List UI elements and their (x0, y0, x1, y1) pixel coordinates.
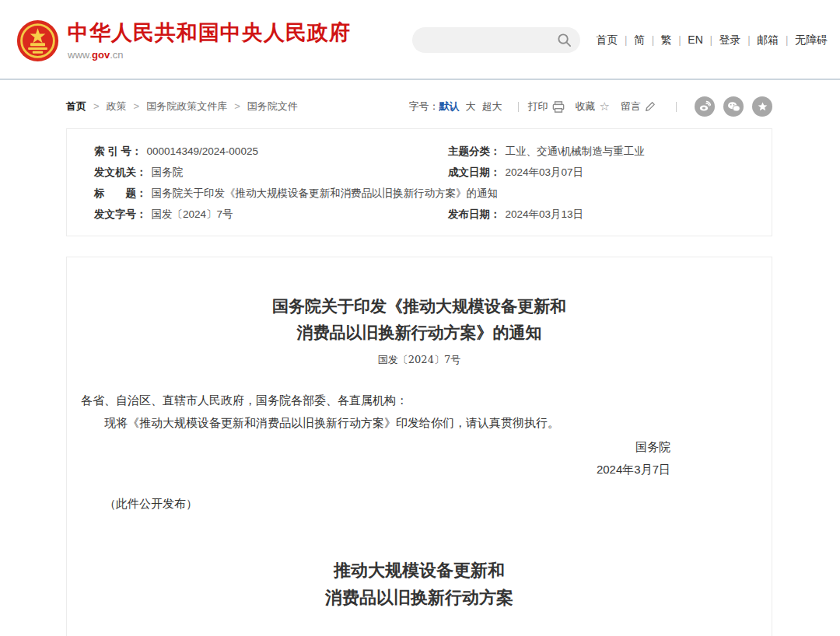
document-title-line1: 国务院关于印发《推动大规模设备更新和 (272, 296, 566, 316)
url-gov: gov (92, 49, 110, 61)
breadcrumb-policy[interactable]: 政策 (107, 100, 147, 114)
favorite-button[interactable]: 收藏 ☆ (576, 100, 610, 114)
url-www: www. (68, 49, 92, 61)
print-label: 打印 (528, 100, 548, 114)
meta-written-date-value: 2024年03月07日 (506, 166, 584, 178)
meta-title-label: 标 题： (94, 187, 147, 199)
favorite-label: 收藏 (576, 100, 596, 114)
meta-written-date-label: 成文日期： (448, 166, 501, 178)
signature-block: 国务院 2024年3月7日 (81, 435, 758, 480)
font-size-label: 字号： (409, 100, 439, 114)
star-share-icon[interactable] (752, 96, 772, 117)
meta-ref-no-value: 国发〔2024〕7号 (152, 208, 233, 220)
site-title: 中华人民共和国中央人民政府 (68, 19, 351, 47)
meta-title: 标 题：国务院关于印发《推动大规模设备更新和消费品以旧换新行动方案》的通知 (94, 183, 772, 204)
site-header: 中华人民共和国中央人民政府 www.gov.cn 首页 简 繁 EN 登录 邮箱… (0, 0, 840, 80)
meta-index-label: 索 引 号： (94, 145, 142, 157)
font-size-xlarge[interactable]: 超大 (482, 100, 502, 114)
nav-mail[interactable]: 邮箱 (757, 33, 795, 47)
search-icon[interactable] (557, 33, 572, 51)
nav-accessibility[interactable]: 无障碍 (795, 33, 828, 47)
meta-ref-no-label: 发文字号： (94, 208, 147, 220)
meta-ref-no: 发文字号：国发〔2024〕7号 (94, 204, 448, 225)
nav-simplified[interactable]: 简 (634, 33, 661, 47)
toolbar-separator (676, 102, 677, 112)
breadcrumb-toolbar-row: 首页 政策 国务院政策文件库 国务院文件 字号： 默认 大 超大 打印 收藏 ☆… (66, 96, 772, 117)
search-input[interactable] (423, 27, 555, 53)
header-right: 首页 简 繁 EN 登录 邮箱 无障碍 (412, 27, 828, 53)
comment-pencil-icon (645, 101, 656, 112)
document-number: 国发〔2024〕7号 (81, 353, 758, 367)
url-cn: .cn (110, 49, 123, 61)
plan-subtitle-line1: 推动大规模设备更新和 (334, 560, 505, 580)
meta-topic-value: 工业、交通\机械制造与重工业 (506, 145, 645, 157)
breadcrumb-home[interactable]: 首页 (66, 100, 107, 114)
meta-topic: 主题分类：工业、交通\机械制造与重工业 (448, 141, 772, 162)
sign-date: 2024年3月7日 (81, 458, 670, 480)
favorite-star-icon: ☆ (600, 101, 610, 113)
breadcrumb: 首页 政策 国务院政策文件库 国务院文件 (66, 100, 298, 114)
breadcrumb-state-council-docs[interactable]: 国务院文件 (247, 100, 298, 114)
meta-agency: 发文机关：国务院 (94, 162, 448, 183)
breadcrumb-policy-library[interactable]: 国务院政策文件库 (146, 100, 247, 114)
meta-pub-date-label: 发布日期： (448, 208, 501, 220)
salutation: 各省、自治区、直辖市人民政府，国务院各部委、各直属机构： (81, 389, 758, 411)
nav-english[interactable]: EN (688, 33, 719, 47)
share-icons (686, 96, 772, 117)
plan-subtitle: 推动大规模设备更新和 消费品以旧换新行动方案 (81, 557, 758, 611)
weibo-icon[interactable] (695, 96, 715, 117)
nav-traditional[interactable]: 繁 (661, 33, 688, 47)
nav-home[interactable]: 首页 (596, 33, 634, 47)
paragraph-forward: 现将《推动大规模设备更新和消费品以旧换新行动方案》印发给你们，请认真贯彻执行。 (81, 411, 758, 434)
meta-agency-value: 国务院 (152, 166, 184, 178)
meta-index-value: 000014349/2024-00025 (147, 145, 258, 157)
meta-agency-label: 发文机关： (94, 166, 147, 178)
doc-toolbar: 字号： 默认 大 超大 打印 收藏 ☆ 留言 (409, 96, 772, 117)
toolbar-separator (518, 102, 519, 112)
meta-title-value: 国务院关于印发《推动大规模设备更新和消费品以旧换新行动方案》的通知 (152, 187, 499, 199)
meta-grid: 索 引 号：000014349/2024-00025 主题分类：工业、交通\机械… (94, 141, 772, 225)
brand-text: 中华人民共和国中央人民政府 www.gov.cn (68, 19, 351, 61)
comment-label: 留言 (621, 100, 641, 114)
plan-subtitle-line2: 消费品以旧换新行动方案 (325, 587, 513, 607)
font-size-large[interactable]: 大 (466, 100, 476, 114)
brand[interactable]: 中华人民共和国中央人民政府 www.gov.cn (16, 16, 351, 63)
document-body: 各省、自治区、直辖市人民政府，国务院各部委、各直属机构： 现将《推动大规模设备更… (81, 389, 758, 636)
wechat-icon[interactable] (723, 96, 744, 117)
nav-login[interactable]: 登录 (719, 33, 758, 47)
comment-button[interactable]: 留言 (621, 100, 656, 114)
search-box[interactable] (412, 27, 580, 53)
meta-pub-date: 发布日期：2024年03月13日 (448, 204, 772, 225)
print-button[interactable]: 打印 (528, 100, 565, 114)
top-nav: 首页 简 繁 EN 登录 邮箱 无障碍 (596, 33, 828, 47)
site-url: www.gov.cn (68, 49, 351, 61)
document-meta-box: 索 引 号：000014349/2024-00025 主题分类：工业、交通\机械… (66, 128, 772, 236)
national-emblem-logo (16, 19, 60, 63)
font-size-default[interactable]: 默认 (439, 100, 460, 114)
meta-written-date: 成文日期：2024年03月07日 (448, 162, 772, 183)
public-release-note: （此件公开发布） (81, 492, 758, 515)
print-icon (552, 101, 565, 113)
meta-pub-date-value: 2024年03月13日 (506, 208, 584, 220)
document-title: 国务院关于印发《推动大规模设备更新和 消费品以旧换新行动方案》的通知 (81, 293, 758, 346)
document-title-line2: 消费品以旧换新行动方案》的通知 (297, 323, 542, 342)
signer: 国务院 (81, 435, 670, 458)
document-content-box: 国务院关于印发《推动大规模设备更新和 消费品以旧换新行动方案》的通知 国发〔20… (66, 257, 772, 636)
meta-topic-label: 主题分类： (448, 145, 501, 157)
meta-index: 索 引 号：000014349/2024-00025 (94, 141, 448, 162)
